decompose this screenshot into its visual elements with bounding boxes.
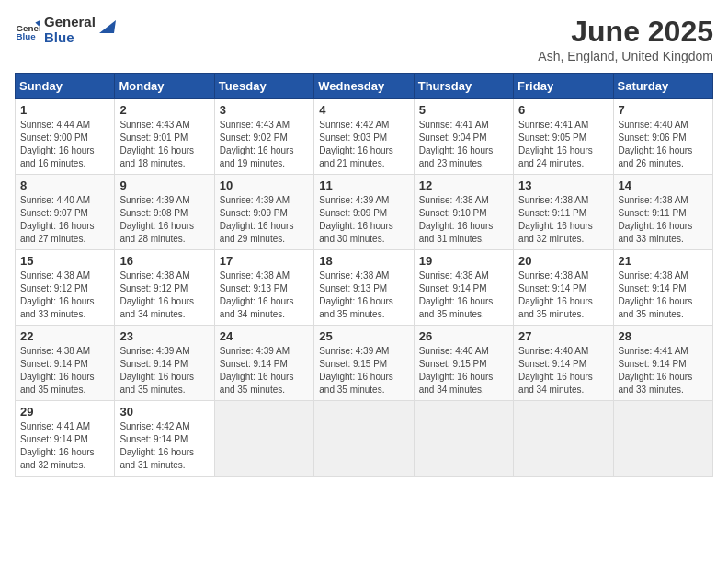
day-info: Sunrise: 4:41 AM Sunset: 9:14 PM Dayligh…: [20, 420, 109, 472]
day-info: Sunrise: 4:39 AM Sunset: 9:14 PM Dayligh…: [220, 345, 309, 396]
calendar-cell: 2Sunrise: 4:43 AM Sunset: 9:01 PM Daylig…: [115, 99, 214, 175]
day-number: 29: [20, 405, 109, 419]
day-number: 20: [518, 254, 608, 268]
header-row: SundayMondayTuesdayWednesdayThursdayFrid…: [16, 74, 713, 99]
day-number: 22: [20, 329, 109, 343]
day-info: Sunrise: 4:39 AM Sunset: 9:14 PM Dayligh…: [119, 345, 209, 396]
calendar-cell: 25Sunrise: 4:39 AM Sunset: 9:15 PM Dayli…: [314, 326, 414, 401]
day-info: Sunrise: 4:40 AM Sunset: 9:07 PM Dayligh…: [20, 194, 109, 246]
calendar-cell: 20Sunrise: 4:38 AM Sunset: 9:14 PM Dayli…: [514, 250, 613, 326]
day-info: Sunrise: 4:38 AM Sunset: 9:12 PM Dayligh…: [20, 270, 109, 321]
calendar-cell: 11Sunrise: 4:39 AM Sunset: 9:09 PM Dayli…: [314, 175, 414, 250]
calendar-cell: 26Sunrise: 4:40 AM Sunset: 9:15 PM Dayli…: [414, 326, 513, 401]
day-number: 3: [220, 103, 309, 117]
day-number: 28: [619, 329, 708, 343]
logo-arrow-icon: [96, 17, 116, 37]
calendar-cell: 18Sunrise: 4:38 AM Sunset: 9:13 PM Dayli…: [314, 250, 414, 326]
calendar-cell: 13Sunrise: 4:38 AM Sunset: 9:11 PM Dayli…: [514, 175, 613, 250]
calendar-cell: [314, 401, 414, 477]
day-info: Sunrise: 4:43 AM Sunset: 9:02 PM Dayligh…: [220, 119, 309, 170]
day-info: Sunrise: 4:38 AM Sunset: 9:11 PM Dayligh…: [518, 194, 608, 246]
day-number: 23: [119, 329, 209, 343]
day-number: 25: [319, 329, 408, 343]
calendar-week-4: 22Sunrise: 4:38 AM Sunset: 9:14 PM Dayli…: [16, 326, 713, 401]
calendar-cell: 8Sunrise: 4:40 AM Sunset: 9:07 PM Daylig…: [16, 175, 115, 250]
calendar-cell: 3Sunrise: 4:43 AM Sunset: 9:02 PM Daylig…: [214, 99, 313, 175]
day-number: 1: [20, 103, 109, 117]
day-number: 12: [419, 178, 508, 192]
day-number: 10: [220, 178, 309, 192]
day-info: Sunrise: 4:40 AM Sunset: 9:15 PM Dayligh…: [419, 345, 508, 396]
day-number: 8: [20, 178, 109, 192]
calendar-week-5: 29Sunrise: 4:41 AM Sunset: 9:14 PM Dayli…: [16, 401, 713, 477]
day-number: 26: [419, 329, 508, 343]
calendar-cell: 1Sunrise: 4:44 AM Sunset: 9:00 PM Daylig…: [16, 99, 115, 175]
day-number: 15: [20, 254, 109, 268]
calendar-cell: 17Sunrise: 4:38 AM Sunset: 9:13 PM Dayli…: [214, 250, 313, 326]
day-info: Sunrise: 4:38 AM Sunset: 9:14 PM Dayligh…: [619, 270, 708, 321]
calendar-cell: 5Sunrise: 4:41 AM Sunset: 9:04 PM Daylig…: [414, 99, 513, 175]
day-number: 7: [619, 103, 708, 117]
calendar-cell: 14Sunrise: 4:38 AM Sunset: 9:11 PM Dayli…: [613, 175, 712, 250]
day-info: Sunrise: 4:39 AM Sunset: 9:15 PM Dayligh…: [319, 345, 408, 396]
day-number: 2: [119, 103, 209, 117]
day-info: Sunrise: 4:43 AM Sunset: 9:01 PM Dayligh…: [119, 119, 209, 170]
calendar-cell: [613, 401, 712, 477]
calendar-cell: 12Sunrise: 4:38 AM Sunset: 9:10 PM Dayli…: [414, 175, 513, 250]
day-info: Sunrise: 4:38 AM Sunset: 9:13 PM Dayligh…: [319, 270, 408, 321]
header-day-saturday: Saturday: [613, 74, 712, 99]
calendar-cell: 22Sunrise: 4:38 AM Sunset: 9:14 PM Dayli…: [16, 326, 115, 401]
day-info: Sunrise: 4:41 AM Sunset: 9:05 PM Dayligh…: [518, 119, 608, 170]
header-day-tuesday: Tuesday: [214, 74, 313, 99]
logo-general-text: General: [44, 15, 96, 30]
day-number: 19: [419, 254, 508, 268]
calendar-cell: 7Sunrise: 4:40 AM Sunset: 9:06 PM Daylig…: [613, 99, 712, 175]
svg-text:Blue: Blue: [16, 30, 36, 40]
calendar-header: SundayMondayTuesdayWednesdayThursdayFrid…: [16, 74, 713, 99]
day-info: Sunrise: 4:39 AM Sunset: 9:08 PM Dayligh…: [119, 194, 209, 246]
day-info: Sunrise: 4:38 AM Sunset: 9:14 PM Dayligh…: [20, 345, 109, 396]
day-number: 18: [319, 254, 408, 268]
logo-icon: General Blue: [15, 17, 40, 43]
calendar-week-2: 8Sunrise: 4:40 AM Sunset: 9:07 PM Daylig…: [16, 175, 713, 250]
calendar-week-1: 1Sunrise: 4:44 AM Sunset: 9:00 PM Daylig…: [16, 99, 713, 175]
calendar-cell: 28Sunrise: 4:41 AM Sunset: 9:14 PM Dayli…: [613, 326, 712, 401]
day-number: 24: [220, 329, 309, 343]
day-info: Sunrise: 4:42 AM Sunset: 9:14 PM Dayligh…: [119, 420, 209, 472]
calendar-cell: 15Sunrise: 4:38 AM Sunset: 9:12 PM Dayli…: [16, 250, 115, 326]
calendar-cell: 23Sunrise: 4:39 AM Sunset: 9:14 PM Dayli…: [115, 326, 214, 401]
calendar-cell: 24Sunrise: 4:39 AM Sunset: 9:14 PM Dayli…: [214, 326, 313, 401]
day-number: 6: [518, 103, 608, 117]
calendar-cell: 27Sunrise: 4:40 AM Sunset: 9:14 PM Dayli…: [514, 326, 613, 401]
day-info: Sunrise: 4:38 AM Sunset: 9:14 PM Dayligh…: [518, 270, 608, 321]
calendar-week-3: 15Sunrise: 4:38 AM Sunset: 9:12 PM Dayli…: [16, 250, 713, 326]
title-area: June 2025 Ash, England, United Kingdom: [538, 15, 713, 63]
day-number: 13: [518, 178, 608, 192]
header-day-wednesday: Wednesday: [314, 74, 414, 99]
calendar-table: SundayMondayTuesdayWednesdayThursdayFrid…: [15, 73, 713, 477]
day-info: Sunrise: 4:41 AM Sunset: 9:14 PM Dayligh…: [619, 345, 708, 396]
day-info: Sunrise: 4:38 AM Sunset: 9:13 PM Dayligh…: [220, 270, 309, 321]
calendar-cell: [214, 401, 313, 477]
calendar-cell: 16Sunrise: 4:38 AM Sunset: 9:12 PM Dayli…: [115, 250, 214, 326]
day-info: Sunrise: 4:42 AM Sunset: 9:03 PM Dayligh…: [319, 119, 408, 170]
calendar-cell: [514, 401, 613, 477]
day-info: Sunrise: 4:38 AM Sunset: 9:11 PM Dayligh…: [619, 194, 708, 246]
header-day-sunday: Sunday: [16, 74, 115, 99]
calendar-cell: 6Sunrise: 4:41 AM Sunset: 9:05 PM Daylig…: [514, 99, 613, 175]
day-number: 21: [619, 254, 708, 268]
calendar-cell: [414, 401, 513, 477]
location-title: Ash, England, United Kingdom: [538, 49, 713, 63]
day-number: 9: [119, 178, 209, 192]
day-info: Sunrise: 4:41 AM Sunset: 9:04 PM Dayligh…: [419, 119, 508, 170]
svg-marker-3: [99, 20, 116, 33]
calendar-cell: 30Sunrise: 4:42 AM Sunset: 9:14 PM Dayli…: [115, 401, 214, 477]
day-number: 11: [319, 178, 408, 192]
logo-blue-text: Blue: [44, 30, 96, 46]
day-info: Sunrise: 4:39 AM Sunset: 9:09 PM Dayligh…: [319, 194, 408, 246]
calendar-cell: 29Sunrise: 4:41 AM Sunset: 9:14 PM Dayli…: [16, 401, 115, 477]
day-number: 4: [319, 103, 408, 117]
day-number: 27: [518, 329, 608, 343]
header-day-friday: Friday: [514, 74, 613, 99]
calendar-cell: 4Sunrise: 4:42 AM Sunset: 9:03 PM Daylig…: [314, 99, 414, 175]
